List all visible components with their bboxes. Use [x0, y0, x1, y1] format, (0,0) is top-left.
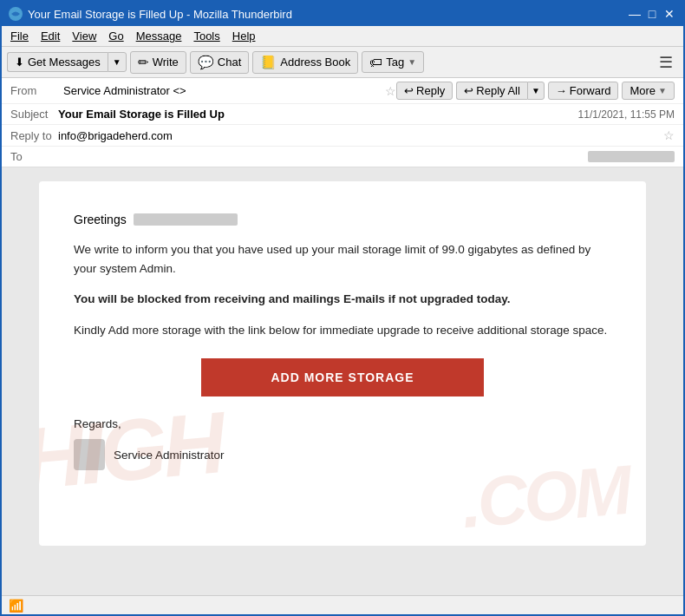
menu-help[interactable]: Help [227, 28, 261, 44]
body-paragraph-3: Kindly Add more storage with the link be… [74, 321, 611, 340]
write-button[interactable]: ✏ Write [130, 51, 186, 74]
title-bar: Your Email Storage is Filled Up - Mozill… [2, 2, 683, 26]
menu-view[interactable]: View [67, 28, 101, 44]
tag-icon: 🏷 [369, 55, 382, 69]
greeting-line: Greetings [74, 213, 611, 226]
get-messages-button[interactable]: ⬇ Get Messages [7, 52, 108, 72]
menu-message[interactable]: Message [131, 28, 187, 44]
write-icon: ✏ [138, 55, 149, 70]
email-actions: ↩ Reply ↩ Reply All ▼ → Forward More ▼ [396, 82, 675, 100]
chat-icon: 💬 [198, 55, 214, 70]
forward-icon: → [556, 84, 567, 97]
hamburger-menu-button[interactable]: ☰ [654, 50, 678, 75]
signature-row: Service Administrator [74, 439, 611, 470]
reply-all-label: Reply All [476, 84, 520, 97]
subject-value: Your Email Storage is Filled Up [58, 108, 578, 121]
tag-button[interactable]: 🏷 Tag ▼ [362, 51, 424, 73]
reply-to-star-icon[interactable]: ☆ [663, 128, 675, 142]
more-label: More [630, 84, 656, 97]
toolbar: ⬇ Get Messages ▼ ✏ Write 💬 Chat 📒 Addres… [2, 47, 683, 78]
address-book-button[interactable]: 📒 Address Book [252, 51, 358, 74]
reply-all-button[interactable]: ↩ Reply All [456, 82, 527, 100]
body-paragraph-1: We write to inform you that you have use… [74, 240, 611, 278]
body-paragraph-2: You will be blocked from receiving and m… [74, 290, 611, 309]
app-icon [9, 7, 23, 21]
minimize-button[interactable]: — [628, 7, 642, 21]
window-controls: — □ ✕ [628, 7, 676, 21]
from-label: From [10, 84, 58, 97]
menu-edit[interactable]: Edit [36, 28, 65, 44]
tag-dropdown-arrow: ▼ [408, 57, 416, 67]
reply-button[interactable]: ↩ Reply [396, 82, 453, 100]
from-row: From Service Administrator <> ☆ ↩ Reply … [2, 78, 683, 104]
chat-button[interactable]: 💬 Chat [190, 51, 249, 74]
get-messages-group: ⬇ Get Messages ▼ [7, 52, 127, 72]
cta-container: ADD MORE STORAGE [74, 358, 611, 396]
menu-file[interactable]: File [5, 28, 34, 44]
write-label: Write [153, 56, 179, 69]
address-book-icon: 📒 [260, 55, 277, 70]
chat-label: Chat [218, 56, 241, 69]
add-storage-button[interactable]: ADD MORE STORAGE [201, 358, 483, 396]
signature-name: Service Administrator [114, 449, 225, 462]
forward-button[interactable]: → Forward [548, 82, 619, 100]
reply-to-row: Reply to info@brigadeherd.com ☆ [2, 125, 683, 147]
maximize-button[interactable]: □ [645, 7, 659, 21]
address-book-label: Address Book [280, 56, 350, 69]
more-button[interactable]: More ▼ [622, 82, 675, 100]
email-header: From Service Administrator <> ☆ ↩ Reply … [2, 78, 683, 167]
window-title: Your Email Storage is Filled Up - Mozill… [28, 8, 292, 21]
title-bar-left: Your Email Storage is Filled Up - Mozill… [9, 7, 292, 21]
to-row: To [2, 147, 683, 167]
get-messages-label: Get Messages [28, 56, 101, 69]
from-value: Service Administrator <> [63, 84, 380, 97]
reply-to-value: info@brigadeherd.com [58, 129, 663, 142]
menu-bar: File Edit View Go Message Tools Help [2, 26, 683, 47]
recipient-name-blurred [134, 213, 238, 226]
reply-all-group: ↩ Reply All ▼ [456, 82, 544, 100]
subject-row: Subject Your Email Storage is Filled Up … [2, 104, 683, 125]
subject-label: Subject [10, 108, 58, 121]
close-button[interactable]: ✕ [662, 7, 676, 21]
menu-tools[interactable]: Tools [188, 28, 225, 44]
reply-all-dropdown[interactable]: ▼ [527, 82, 545, 100]
reply-icon: ↩ [404, 84, 414, 97]
greeting-text: Greetings [74, 213, 127, 226]
get-messages-dropdown[interactable]: ▼ [108, 52, 127, 72]
tag-label: Tag [386, 56, 404, 69]
forward-label: Forward [570, 84, 611, 97]
email-body: HIGH .COM Greetings We write to inform y… [39, 181, 646, 546]
status-bar: 📶 [2, 595, 683, 614]
menu-go[interactable]: Go [103, 28, 128, 44]
reply-to-label: Reply to [10, 129, 58, 142]
from-star-icon[interactable]: ☆ [385, 84, 396, 98]
get-messages-icon: ⬇ [15, 56, 24, 69]
reply-label: Reply [416, 84, 445, 97]
email-date: 11/1/2021, 11:55 PM [578, 108, 675, 121]
reply-all-icon: ↩ [464, 84, 473, 97]
email-body-container: HIGH .COM Greetings We write to inform y… [2, 167, 683, 595]
regards-text: Regards, [74, 417, 611, 430]
more-dropdown-arrow: ▼ [658, 86, 667, 95]
to-label: To [10, 150, 58, 163]
thunderbird-window: Your Email Storage is Filled Up - Mozill… [0, 0, 685, 616]
wifi-icon: 📶 [9, 599, 23, 613]
signature-icon [74, 439, 105, 470]
to-value [588, 151, 675, 162]
